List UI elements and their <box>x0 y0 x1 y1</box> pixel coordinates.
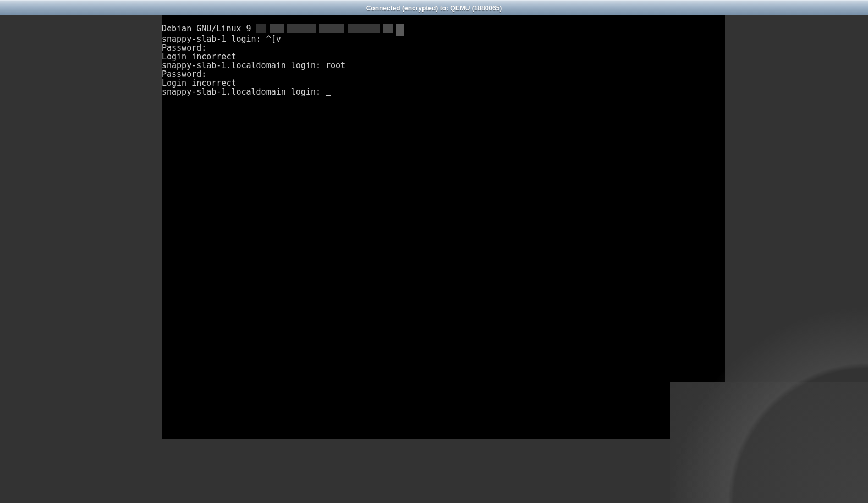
vnc-status-text: Connected (encrypted) to: QEMU (1880065) <box>366 4 502 12</box>
console-line-password-prompt: Password: <box>162 70 725 79</box>
vnc-status-bar: Connected (encrypted) to: QEMU (1880065) <box>0 0 868 15</box>
console-line-login-prompt-active[interactable]: snappy-slab-1.localdomain login: <box>162 88 725 96</box>
text-cursor <box>326 95 331 96</box>
console-line-error: Login incorrect <box>162 52 725 61</box>
vm-console[interactable]: Debian GNU/Linux 9 snappy-slab-1 login: … <box>162 15 725 439</box>
console-line-login-prompt: snappy-slab-1.localdomain login: root <box>162 61 725 70</box>
console-line-error: Login incorrect <box>162 79 725 88</box>
redacted-text <box>256 23 404 35</box>
console-line-banner: Debian GNU/Linux 9 <box>162 23 725 35</box>
console-line-login-prompt: snappy-slab-1 login: ^[v <box>162 35 725 43</box>
console-line-password-prompt: Password: <box>162 43 725 52</box>
